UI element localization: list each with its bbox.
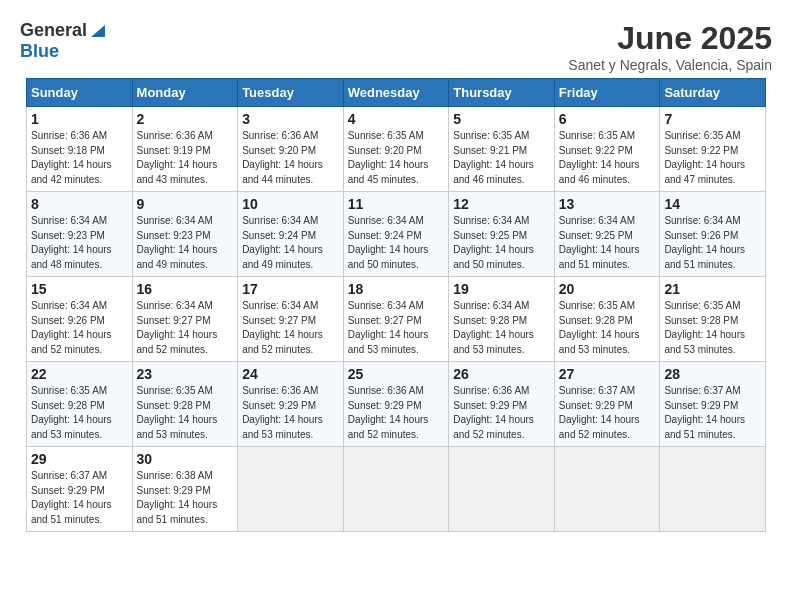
calendar-cell	[343, 447, 449, 532]
day-info: Sunrise: 6:35 AM Sunset: 9:28 PM Dayligh…	[137, 384, 234, 442]
day-number: 18	[348, 281, 445, 297]
calendar-cell: 24Sunrise: 6:36 AM Sunset: 9:29 PM Dayli…	[238, 362, 344, 447]
calendar-cell: 15Sunrise: 6:34 AM Sunset: 9:26 PM Dayli…	[27, 277, 133, 362]
day-number: 3	[242, 111, 339, 127]
day-number: 29	[31, 451, 128, 467]
day-info: Sunrise: 6:34 AM Sunset: 9:27 PM Dayligh…	[242, 299, 339, 357]
weekday-header-monday: Monday	[132, 79, 238, 107]
calendar-cell: 2Sunrise: 6:36 AM Sunset: 9:19 PM Daylig…	[132, 107, 238, 192]
weekday-header-friday: Friday	[554, 79, 660, 107]
day-number: 24	[242, 366, 339, 382]
day-number: 15	[31, 281, 128, 297]
day-number: 14	[664, 196, 761, 212]
day-number: 2	[137, 111, 234, 127]
day-info: Sunrise: 6:34 AM Sunset: 9:26 PM Dayligh…	[664, 214, 761, 272]
calendar-week-row: 22Sunrise: 6:35 AM Sunset: 9:28 PM Dayli…	[27, 362, 766, 447]
calendar-cell: 6Sunrise: 6:35 AM Sunset: 9:22 PM Daylig…	[554, 107, 660, 192]
day-number: 13	[559, 196, 656, 212]
day-info: Sunrise: 6:36 AM Sunset: 9:29 PM Dayligh…	[453, 384, 550, 442]
day-number: 28	[664, 366, 761, 382]
day-info: Sunrise: 6:35 AM Sunset: 9:20 PM Dayligh…	[348, 129, 445, 187]
calendar-cell: 21Sunrise: 6:35 AM Sunset: 9:28 PM Dayli…	[660, 277, 766, 362]
calendar-week-row: 1Sunrise: 6:36 AM Sunset: 9:18 PM Daylig…	[27, 107, 766, 192]
weekday-header-saturday: Saturday	[660, 79, 766, 107]
calendar-cell: 19Sunrise: 6:34 AM Sunset: 9:28 PM Dayli…	[449, 277, 555, 362]
weekday-header-thursday: Thursday	[449, 79, 555, 107]
day-number: 21	[664, 281, 761, 297]
day-number: 9	[137, 196, 234, 212]
day-number: 25	[348, 366, 445, 382]
day-info: Sunrise: 6:34 AM Sunset: 9:23 PM Dayligh…	[31, 214, 128, 272]
calendar-cell: 13Sunrise: 6:34 AM Sunset: 9:25 PM Dayli…	[554, 192, 660, 277]
day-info: Sunrise: 6:36 AM Sunset: 9:18 PM Dayligh…	[31, 129, 128, 187]
day-info: Sunrise: 6:37 AM Sunset: 9:29 PM Dayligh…	[559, 384, 656, 442]
calendar-cell: 14Sunrise: 6:34 AM Sunset: 9:26 PM Dayli…	[660, 192, 766, 277]
calendar-cell: 4Sunrise: 6:35 AM Sunset: 9:20 PM Daylig…	[343, 107, 449, 192]
calendar-cell: 10Sunrise: 6:34 AM Sunset: 9:24 PM Dayli…	[238, 192, 344, 277]
calendar-cell: 27Sunrise: 6:37 AM Sunset: 9:29 PM Dayli…	[554, 362, 660, 447]
calendar-cell: 25Sunrise: 6:36 AM Sunset: 9:29 PM Dayli…	[343, 362, 449, 447]
day-number: 27	[559, 366, 656, 382]
day-info: Sunrise: 6:34 AM Sunset: 9:27 PM Dayligh…	[348, 299, 445, 357]
day-number: 12	[453, 196, 550, 212]
calendar-cell: 23Sunrise: 6:35 AM Sunset: 9:28 PM Dayli…	[132, 362, 238, 447]
calendar-subtitle: Sanet y Negrals, Valencia, Spain	[568, 57, 772, 73]
day-number: 30	[137, 451, 234, 467]
calendar-container: SundayMondayTuesdayWednesdayThursdayFrid…	[10, 78, 782, 532]
header: General Blue June 2025 Sanet y Negrals, …	[10, 10, 782, 78]
day-info: Sunrise: 6:35 AM Sunset: 9:28 PM Dayligh…	[559, 299, 656, 357]
logo-blue: Blue	[20, 41, 59, 61]
day-number: 26	[453, 366, 550, 382]
calendar-cell: 16Sunrise: 6:34 AM Sunset: 9:27 PM Dayli…	[132, 277, 238, 362]
day-number: 19	[453, 281, 550, 297]
day-number: 6	[559, 111, 656, 127]
weekday-header-row: SundayMondayTuesdayWednesdayThursdayFrid…	[27, 79, 766, 107]
svg-marker-0	[91, 25, 105, 37]
calendar-cell: 30Sunrise: 6:38 AM Sunset: 9:29 PM Dayli…	[132, 447, 238, 532]
calendar-cell: 18Sunrise: 6:34 AM Sunset: 9:27 PM Dayli…	[343, 277, 449, 362]
day-info: Sunrise: 6:37 AM Sunset: 9:29 PM Dayligh…	[31, 469, 128, 527]
day-info: Sunrise: 6:34 AM Sunset: 9:24 PM Dayligh…	[348, 214, 445, 272]
day-info: Sunrise: 6:35 AM Sunset: 9:28 PM Dayligh…	[664, 299, 761, 357]
weekday-header-wednesday: Wednesday	[343, 79, 449, 107]
calendar-cell: 29Sunrise: 6:37 AM Sunset: 9:29 PM Dayli…	[27, 447, 133, 532]
day-number: 20	[559, 281, 656, 297]
day-number: 16	[137, 281, 234, 297]
day-info: Sunrise: 6:34 AM Sunset: 9:23 PM Dayligh…	[137, 214, 234, 272]
calendar-cell: 7Sunrise: 6:35 AM Sunset: 9:22 PM Daylig…	[660, 107, 766, 192]
weekday-header-sunday: Sunday	[27, 79, 133, 107]
day-number: 10	[242, 196, 339, 212]
calendar-cell: 28Sunrise: 6:37 AM Sunset: 9:29 PM Dayli…	[660, 362, 766, 447]
calendar-cell: 8Sunrise: 6:34 AM Sunset: 9:23 PM Daylig…	[27, 192, 133, 277]
day-info: Sunrise: 6:35 AM Sunset: 9:28 PM Dayligh…	[31, 384, 128, 442]
day-info: Sunrise: 6:36 AM Sunset: 9:29 PM Dayligh…	[348, 384, 445, 442]
logo-general: General	[20, 20, 87, 41]
day-number: 5	[453, 111, 550, 127]
calendar-week-row: 8Sunrise: 6:34 AM Sunset: 9:23 PM Daylig…	[27, 192, 766, 277]
calendar-cell: 12Sunrise: 6:34 AM Sunset: 9:25 PM Dayli…	[449, 192, 555, 277]
logo: General Blue	[20, 20, 107, 62]
day-info: Sunrise: 6:36 AM Sunset: 9:29 PM Dayligh…	[242, 384, 339, 442]
day-number: 22	[31, 366, 128, 382]
day-info: Sunrise: 6:35 AM Sunset: 9:21 PM Dayligh…	[453, 129, 550, 187]
calendar-cell: 26Sunrise: 6:36 AM Sunset: 9:29 PM Dayli…	[449, 362, 555, 447]
day-number: 4	[348, 111, 445, 127]
calendar-cell	[238, 447, 344, 532]
day-info: Sunrise: 6:35 AM Sunset: 9:22 PM Dayligh…	[664, 129, 761, 187]
day-number: 7	[664, 111, 761, 127]
day-info: Sunrise: 6:35 AM Sunset: 9:22 PM Dayligh…	[559, 129, 656, 187]
day-number: 8	[31, 196, 128, 212]
day-number: 23	[137, 366, 234, 382]
calendar-cell	[660, 447, 766, 532]
calendar-week-row: 15Sunrise: 6:34 AM Sunset: 9:26 PM Dayli…	[27, 277, 766, 362]
day-info: Sunrise: 6:34 AM Sunset: 9:24 PM Dayligh…	[242, 214, 339, 272]
calendar-week-row: 29Sunrise: 6:37 AM Sunset: 9:29 PM Dayli…	[27, 447, 766, 532]
calendar-cell	[449, 447, 555, 532]
calendar-cell: 9Sunrise: 6:34 AM Sunset: 9:23 PM Daylig…	[132, 192, 238, 277]
calendar-cell: 22Sunrise: 6:35 AM Sunset: 9:28 PM Dayli…	[27, 362, 133, 447]
logo-triangle-icon	[89, 21, 107, 39]
day-info: Sunrise: 6:34 AM Sunset: 9:25 PM Dayligh…	[453, 214, 550, 272]
day-info: Sunrise: 6:36 AM Sunset: 9:20 PM Dayligh…	[242, 129, 339, 187]
day-number: 1	[31, 111, 128, 127]
calendar-cell: 5Sunrise: 6:35 AM Sunset: 9:21 PM Daylig…	[449, 107, 555, 192]
